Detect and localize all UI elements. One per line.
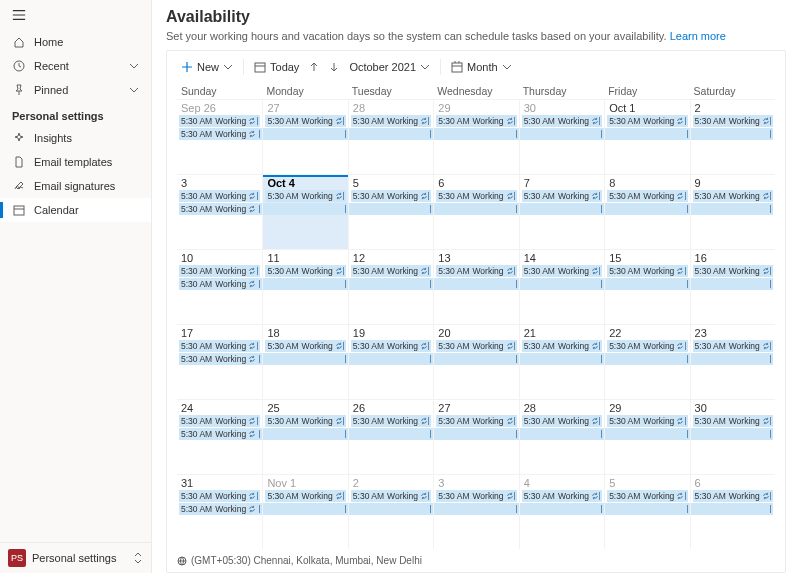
calendar-event-continuation[interactable] <box>434 428 518 440</box>
calendar-event[interactable]: 5:30 AMWorking <box>436 340 516 352</box>
calendar-event-continuation[interactable] <box>349 503 433 515</box>
view-picker[interactable]: Month <box>451 61 512 73</box>
next-button[interactable] <box>329 61 339 73</box>
calendar-event-continuation[interactable] <box>434 203 518 215</box>
calendar-event-continuation[interactable] <box>434 353 518 365</box>
day-cell[interactable]: 135:30 AMWorking <box>433 250 518 324</box>
calendar-event-continuation[interactable] <box>691 353 773 365</box>
calendar-event[interactable]: 5:30 AMWorking <box>607 265 687 277</box>
calendar-event-continuation[interactable] <box>263 353 347 365</box>
calendar-event-continuation[interactable] <box>349 203 433 215</box>
calendar-event[interactable]: 5:30 AMWorking <box>693 415 773 427</box>
nav-insights[interactable]: Insights <box>0 126 151 150</box>
day-cell[interactable]: 65:30 AMWorking <box>433 175 518 249</box>
calendar-event[interactable]: 5:30 AMWorking <box>179 278 262 290</box>
day-cell[interactable]: 305:30 AMWorking <box>519 100 604 174</box>
day-cell[interactable]: 175:30 AMWorking5:30 AMWorking <box>177 325 262 399</box>
day-cell[interactable]: 145:30 AMWorking <box>519 250 604 324</box>
calendar-event[interactable]: 5:30 AMWorking <box>351 190 431 202</box>
calendar-event-continuation[interactable] <box>520 278 604 290</box>
calendar-event[interactable]: 5:30 AMWorking <box>351 265 431 277</box>
calendar-event[interactable]: 5:30 AMWorking <box>179 128 262 140</box>
nav-email-signatures[interactable]: Email signatures <box>0 174 151 198</box>
day-cell[interactable]: Oct 15:30 AMWorking <box>604 100 689 174</box>
calendar-event[interactable]: 5:30 AMWorking <box>179 490 260 502</box>
calendar-event-continuation[interactable] <box>605 128 689 140</box>
calendar-event-continuation[interactable] <box>520 128 604 140</box>
calendar-event-continuation[interactable] <box>605 503 689 515</box>
today-button[interactable]: Today <box>254 61 299 73</box>
prev-button[interactable] <box>309 61 319 73</box>
day-cell[interactable]: 55:30 AMWorking <box>348 175 433 249</box>
calendar-event-continuation[interactable] <box>691 428 773 440</box>
day-cell[interactable]: 35:30 AMWorking <box>433 475 518 549</box>
nav-recent[interactable]: Recent <box>0 54 151 78</box>
calendar-event[interactable]: 5:30 AMWorking <box>351 490 431 502</box>
calendar-event-continuation[interactable] <box>605 278 689 290</box>
calendar-event[interactable]: 5:30 AMWorking <box>522 340 602 352</box>
calendar-event-continuation[interactable] <box>691 278 773 290</box>
calendar-event[interactable]: 5:30 AMWorking <box>693 490 773 502</box>
calendar-event-continuation[interactable] <box>263 428 347 440</box>
calendar-event[interactable]: 5:30 AMWorking <box>693 265 773 277</box>
day-cell[interactable]: 165:30 AMWorking <box>690 250 775 324</box>
day-cell[interactable]: 305:30 AMWorking <box>690 400 775 474</box>
calendar-event-continuation[interactable] <box>349 428 433 440</box>
day-cell[interactable]: 25:30 AMWorking <box>348 475 433 549</box>
footer[interactable]: PS Personal settings <box>0 542 151 573</box>
calendar-event[interactable]: 5:30 AMWorking <box>351 415 431 427</box>
day-cell[interactable]: 85:30 AMWorking <box>604 175 689 249</box>
calendar-event[interactable]: 5:30 AMWorking <box>179 190 260 202</box>
up-down-icon[interactable] <box>133 552 143 564</box>
calendar-event[interactable]: 5:30 AMWorking <box>436 115 516 127</box>
calendar-event[interactable]: 5:30 AMWorking <box>179 503 262 515</box>
calendar-event[interactable]: 5:30 AMWorking <box>265 340 345 352</box>
calendar-event[interactable]: 5:30 AMWorking <box>607 190 687 202</box>
calendar-event[interactable]: 5:30 AMWorking <box>179 203 262 215</box>
calendar-event[interactable]: 5:30 AMWorking <box>179 428 262 440</box>
day-cell[interactable]: 295:30 AMWorking <box>433 100 518 174</box>
calendar-event-continuation[interactable] <box>691 128 773 140</box>
calendar-event[interactable]: 5:30 AMWorking <box>607 340 687 352</box>
calendar-event-continuation[interactable] <box>349 353 433 365</box>
nav-email-templates[interactable]: Email templates <box>0 150 151 174</box>
calendar-event-continuation[interactable] <box>605 203 689 215</box>
calendar-event[interactable]: 5:30 AMWorking <box>179 265 260 277</box>
calendar-event[interactable]: 5:30 AMWorking <box>693 115 773 127</box>
calendar-event[interactable]: 5:30 AMWorking <box>607 115 687 127</box>
learn-more-link[interactable]: Learn more <box>670 30 726 42</box>
day-cell[interactable]: 275:30 AMWorking <box>433 400 518 474</box>
calendar-event[interactable]: 5:30 AMWorking <box>522 490 602 502</box>
day-cell[interactable]: 245:30 AMWorking5:30 AMWorking <box>177 400 262 474</box>
calendar-event[interactable]: 5:30 AMWorking <box>179 115 260 127</box>
calendar-event[interactable]: 5:30 AMWorking <box>265 115 345 127</box>
day-cell[interactable]: 75:30 AMWorking <box>519 175 604 249</box>
day-cell[interactable]: 55:30 AMWorking <box>604 475 689 549</box>
day-cell[interactable]: 295:30 AMWorking <box>604 400 689 474</box>
calendar-event[interactable]: 5:30 AMWorking <box>607 415 687 427</box>
nav-calendar[interactable]: Calendar <box>0 198 151 222</box>
calendar-event-continuation[interactable] <box>263 128 347 140</box>
day-cell[interactable]: Sep 265:30 AMWorking5:30 AMWorking <box>177 100 262 174</box>
day-cell[interactable]: 215:30 AMWorking <box>519 325 604 399</box>
calendar-event[interactable]: 5:30 AMWorking <box>693 190 773 202</box>
calendar-event-continuation[interactable] <box>520 428 604 440</box>
day-cell[interactable]: 285:30 AMWorking <box>519 400 604 474</box>
calendar-event[interactable]: 5:30 AMWorking <box>265 415 345 427</box>
calendar-event[interactable]: 5:30 AMWorking <box>265 190 345 202</box>
calendar-event-continuation[interactable] <box>434 128 518 140</box>
calendar-event-continuation[interactable] <box>434 503 518 515</box>
day-cell[interactable]: 275:30 AMWorking <box>262 100 347 174</box>
day-cell[interactable]: 225:30 AMWorking <box>604 325 689 399</box>
day-cell[interactable]: 235:30 AMWorking <box>690 325 775 399</box>
calendar-event-continuation[interactable] <box>691 203 773 215</box>
day-cell[interactable]: 105:30 AMWorking5:30 AMWorking <box>177 250 262 324</box>
calendar-event[interactable]: 5:30 AMWorking <box>436 415 516 427</box>
day-cell[interactable]: 115:30 AMWorking <box>262 250 347 324</box>
new-button[interactable]: New <box>181 61 233 73</box>
nav-pinned[interactable]: Pinned <box>0 78 151 102</box>
calendar-event-continuation[interactable] <box>434 278 518 290</box>
day-cell[interactable]: 205:30 AMWorking <box>433 325 518 399</box>
calendar-event-continuation[interactable] <box>520 353 604 365</box>
day-cell[interactable]: 285:30 AMWorking <box>348 100 433 174</box>
